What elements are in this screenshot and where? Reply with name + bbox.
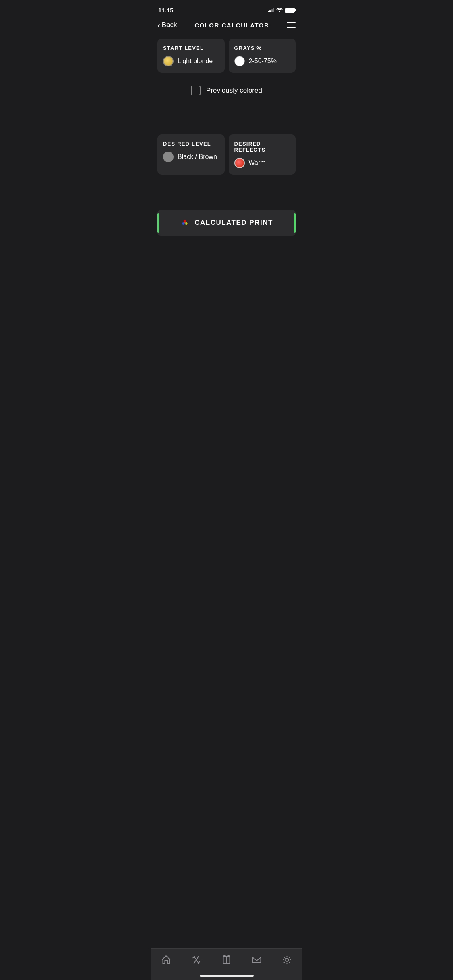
back-chevron-icon: ‹ (157, 21, 160, 29)
desired-level-card[interactable]: DESIRED LEVEL Black / Brown (157, 134, 225, 175)
previously-colored-checkbox[interactable] (191, 86, 201, 95)
back-label: Back (162, 21, 177, 29)
start-level-value-row: Light blonde (163, 56, 219, 66)
desired-level-title: DESIRED LEVEL (163, 141, 219, 147)
desired-reflects-card[interactable]: DESIRED REFLECTS Warm (229, 134, 296, 175)
grays-card[interactable]: GRAYS % 2-50-75% (229, 39, 296, 73)
battery-icon (285, 8, 295, 13)
signal-icon (268, 8, 275, 12)
start-level-text: Light blonde (178, 58, 213, 65)
bottom-spacer (151, 179, 302, 204)
menu-line-1 (287, 22, 296, 23)
previously-colored-row: Previously colored (151, 78, 302, 105)
start-level-section: START LEVEL Light blonde GRAYS % 2-50-75… (151, 34, 302, 78)
start-level-title: START LEVEL (163, 45, 219, 51)
desired-reflects-title: DESIRED REFLECTS (234, 141, 290, 153)
top-cards-row: START LEVEL Light blonde GRAYS % 2-50-75… (157, 39, 296, 73)
svg-point-4 (185, 223, 186, 224)
menu-line-3 (287, 27, 296, 28)
nav-bar: ‹ Back COLOR CALCULATOR (151, 18, 302, 34)
desired-reflects-text: Warm (249, 159, 266, 167)
start-level-card[interactable]: START LEVEL Light blonde (157, 39, 225, 73)
calculated-print-button[interactable]: CALCULATED PRINT (157, 210, 296, 236)
menu-line-2 (287, 25, 296, 25)
grays-dot (234, 56, 245, 66)
svg-point-5 (183, 223, 185, 224)
grays-title: GRAYS % (234, 45, 290, 51)
page-title: COLOR CALCULATOR (194, 22, 269, 29)
middle-spacer (151, 105, 302, 130)
status-bar: 11.15 (151, 0, 302, 18)
back-button[interactable]: ‹ Back (157, 21, 177, 29)
grays-text: 2-50-75% (249, 58, 277, 65)
calc-button-wrapper: CALCULATED PRINT (151, 204, 302, 242)
desired-level-text: Black / Brown (178, 153, 217, 161)
status-icons (268, 7, 295, 13)
desired-level-dot (163, 152, 174, 162)
previously-colored-label: Previously colored (206, 86, 262, 95)
desired-level-value-row: Black / Brown (163, 152, 219, 162)
color-wheel-icon (180, 218, 190, 228)
wifi-icon (276, 7, 283, 13)
desired-section: DESIRED LEVEL Black / Brown DESIRED REFL… (151, 130, 302, 179)
status-time: 11.15 (158, 7, 174, 14)
desired-cards-row: DESIRED LEVEL Black / Brown DESIRED REFL… (157, 134, 296, 175)
calc-button-label: CALCULATED PRINT (194, 219, 273, 227)
grays-value-row: 2-50-75% (234, 56, 290, 66)
page-bottom-spacer (151, 242, 302, 299)
desired-reflects-value-row: Warm (234, 158, 290, 168)
start-level-dot (163, 56, 174, 66)
menu-button[interactable] (287, 22, 296, 28)
desired-reflects-dot (234, 158, 245, 168)
